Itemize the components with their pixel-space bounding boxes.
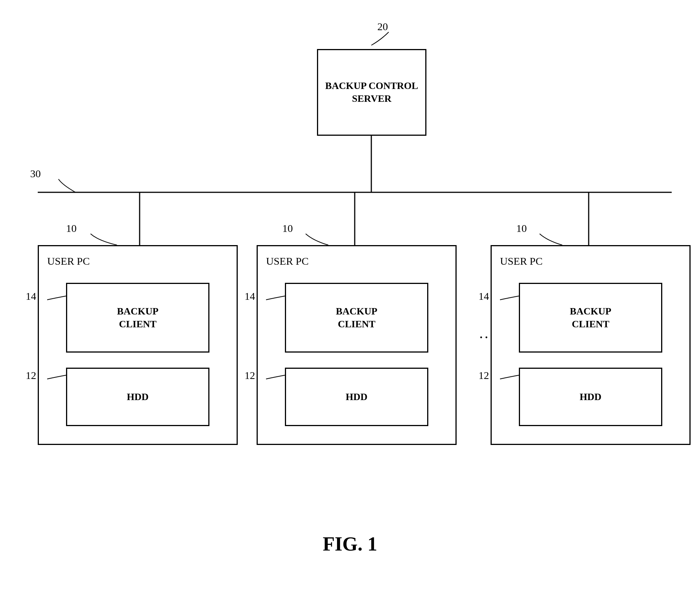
backup-client-1-label: BACKUPCLIENT bbox=[117, 305, 158, 331]
hdd-3-box: HDD bbox=[519, 368, 662, 426]
server-label: BACKUP CONTROL SERVER bbox=[318, 80, 425, 105]
ref-12-pc1: 12 bbox=[26, 370, 36, 382]
ref-12-pc3: 12 bbox=[478, 370, 489, 382]
user-pc-1-label: USER PC bbox=[47, 255, 90, 268]
backup-client-3-label: BACKUPCLIENT bbox=[570, 305, 611, 331]
backup-client-3-box: BACKUPCLIENT bbox=[519, 283, 662, 353]
ref-20: 20 bbox=[377, 21, 388, 33]
hdd-2-label: HDD bbox=[346, 391, 368, 403]
ref-12-pc2: 12 bbox=[245, 370, 255, 382]
user-pc-3-label: USER PC bbox=[500, 255, 543, 268]
ref-14-pc3: 14 bbox=[478, 290, 489, 302]
hdd-1-label: HDD bbox=[127, 391, 149, 403]
backup-client-1-box: BACKUPCLIENT bbox=[66, 283, 209, 353]
ref-14-pc1: 14 bbox=[26, 290, 36, 302]
server-box: BACKUP CONTROL SERVER bbox=[317, 49, 426, 136]
hdd-2-box: HDD bbox=[285, 368, 428, 426]
hdd-1-box: HDD bbox=[66, 368, 209, 426]
ref-10-pc1: 10 bbox=[66, 222, 77, 235]
user-pc-2-label: USER PC bbox=[266, 255, 309, 268]
diagram: 20 BACKUP CONTROL SERVER 30 10 USER PC 1… bbox=[0, 0, 700, 589]
backup-client-2-box: BACKUPCLIENT bbox=[285, 283, 428, 353]
figure-label: FIG. 1 bbox=[323, 533, 377, 555]
ref-14-pc2: 14 bbox=[245, 290, 255, 302]
backup-client-2-label: BACKUPCLIENT bbox=[336, 305, 377, 331]
ref-30: 30 bbox=[30, 168, 41, 180]
hdd-3-label: HDD bbox=[580, 391, 602, 403]
ref-10-pc2: 10 bbox=[282, 222, 293, 235]
ref-10-pc3: 10 bbox=[516, 222, 527, 235]
